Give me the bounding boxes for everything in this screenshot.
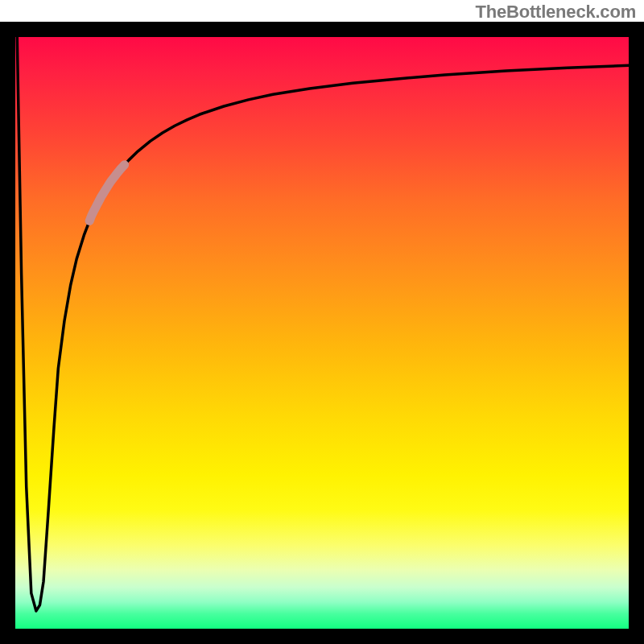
curve-svg [15, 37, 629, 629]
bottleneck-curve [17, 37, 629, 611]
highlight-segment [89, 165, 124, 221]
plot-area [15, 37, 629, 629]
attribution-label: TheBottleneck.com [475, 2, 636, 23]
chart-container: TheBottleneck.com [0, 0, 644, 644]
